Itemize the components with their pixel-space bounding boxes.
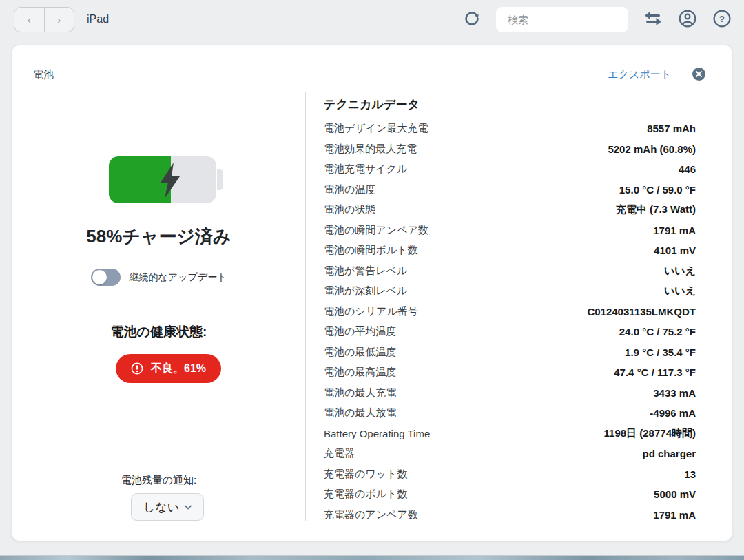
- row-label: 電池の最低温度: [324, 346, 396, 359]
- row-value: 8557 mAh: [647, 123, 696, 134]
- row-label: 電池の状態: [324, 203, 375, 216]
- row-value: いいえ: [664, 284, 696, 298]
- row-value: 15.0 °C / 59.0 °F: [619, 184, 696, 196]
- row-value: 446: [679, 163, 696, 175]
- row-value: 1198日 (28774時間): [604, 427, 696, 440]
- table-row: 電池が警告レベル いいえ: [324, 261, 696, 282]
- row-label: 充電器のアンペア数: [324, 508, 418, 521]
- table-row: 電池の瞬間ボルト数 4101 mV: [324, 240, 696, 261]
- back-button[interactable]: ‹: [14, 8, 44, 32]
- charge-percent-label: 58%チャージ済み: [12, 225, 305, 249]
- table-row: 充電器 pd charger: [324, 444, 696, 464]
- continuous-update-label: 継続的なアップデート: [130, 271, 227, 284]
- continuous-update-row: 継続的なアップデート: [12, 269, 305, 286]
- row-value: 充電中 (7.3 Watt): [616, 203, 696, 216]
- battery-notify-value: しない: [143, 499, 179, 515]
- refresh-icon: [463, 10, 481, 28]
- row-value: いいえ: [664, 265, 696, 278]
- row-value: C0124031135LMKQDT: [587, 306, 696, 318]
- battery-health-badge: 不良。61%: [116, 354, 221, 383]
- row-value: 3433 mA: [653, 387, 696, 399]
- export-link[interactable]: エクスポート: [608, 68, 671, 81]
- row-value: 24.0 °C / 75.2 °F: [619, 326, 696, 338]
- row-value: 5202 mAh (60.8%): [608, 143, 696, 155]
- row-label: 電池の瞬間ボルト数: [324, 244, 417, 257]
- table-row: 電池デザイン最大充電 8557 mAh: [324, 118, 696, 139]
- battery-panel: 電池 エクスポート 58%チャージ済み 継続的なアップデート 電池の健康状態: …: [12, 45, 732, 541]
- table-row: 電池のシリアル番号 C0124031135LMKQDT: [324, 302, 696, 322]
- row-value: 1.9 °C / 35.4 °F: [625, 346, 696, 358]
- row-label: Battery Operating Time: [324, 428, 430, 439]
- row-value: 13: [684, 468, 696, 480]
- table-row: 電池が深刻レベル いいえ: [324, 281, 696, 302]
- transfer-arrows-icon: [643, 11, 663, 26]
- svg-text:?: ?: [719, 14, 725, 24]
- panel-title: 電池: [33, 68, 54, 81]
- row-label: 電池が深刻レベル: [324, 284, 407, 298]
- row-label: 電池が警告レベル: [324, 265, 407, 278]
- row-label: 電池効果的最大充電: [324, 143, 417, 156]
- row-label: 電池の最大充電: [324, 386, 396, 400]
- table-row: 電池充電サイクル 446: [324, 159, 696, 180]
- table-row: 充電器のワット数 13: [324, 464, 696, 485]
- warning-icon: [131, 362, 143, 375]
- battery-notify-label: 電池残量の通知:: [12, 474, 305, 487]
- row-value: 1791 mA: [653, 225, 696, 236]
- row-label: 電池充電サイクル: [324, 163, 407, 176]
- table-row: 電池の最大充電 3433 mA: [324, 383, 696, 404]
- battery-health-heading: 電池の健康状態:: [12, 323, 305, 341]
- transfer-button[interactable]: [643, 11, 663, 28]
- table-row: 充電器のアンペア数 1791 mA: [324, 505, 696, 526]
- row-label: 電池の温度: [324, 183, 375, 196]
- technical-data-heading: テクニカルデータ: [324, 96, 420, 112]
- toggle-knob: [92, 270, 107, 284]
- panel-divider: [305, 92, 306, 521]
- row-label: 電池の最大放電: [324, 406, 396, 419]
- row-label: 電池のシリアル番号: [324, 305, 418, 318]
- search-input[interactable]: [508, 14, 645, 25]
- table-row: Battery Operating Time 1198日 (28774時間): [324, 424, 696, 444]
- row-label: 充電器のボルト数: [324, 488, 407, 501]
- row-value: 47.4 °C / 117.3 °F: [614, 366, 696, 378]
- row-value: 1791 mA: [653, 509, 696, 521]
- table-row: 電池の状態 充電中 (7.3 Watt): [324, 200, 696, 220]
- table-row: 電池の最大放電 -4996 mA: [324, 403, 696, 424]
- row-value: pd charger: [642, 448, 696, 459]
- table-row: 電池の最低温度 1.9 °C / 35.4 °F: [324, 342, 696, 363]
- row-label: 電池の瞬間アンペア数: [324, 224, 428, 237]
- battery-health-value: 不良。61%: [151, 362, 206, 376]
- battery-graphic: [109, 156, 227, 203]
- table-row: 充電器のボルト数 5000 mV: [324, 484, 696, 505]
- table-row: 電池の最高温度 47.4 °C / 117.3 °F: [324, 362, 696, 383]
- battery-notify-dropdown[interactable]: しない: [131, 493, 204, 521]
- continuous-update-toggle[interactable]: [91, 269, 121, 286]
- technical-table: 電池デザイン最大充電 8557 mAh 電池効果的最大充電 5202 mAh (…: [324, 118, 696, 525]
- table-row: 電池の平均温度 24.0 °C / 75.2 °F: [324, 322, 696, 342]
- device-title: iPad: [87, 13, 109, 25]
- help-button[interactable]: ?: [712, 9, 732, 30]
- row-label: 電池の最高温度: [324, 366, 396, 379]
- refresh-button[interactable]: [463, 10, 481, 30]
- topbar-actions: ?: [463, 0, 732, 39]
- nav-button-group: ‹ ›: [14, 7, 74, 32]
- chevron-right-icon: ›: [57, 14, 61, 25]
- row-value: -4996 mA: [650, 407, 696, 419]
- chevron-left-icon: ‹: [28, 14, 31, 25]
- row-value: 4101 mV: [654, 245, 696, 256]
- row-label: 充電器のワット数: [324, 468, 407, 481]
- help-icon: ?: [712, 9, 732, 28]
- close-icon: [696, 71, 702, 77]
- chevron-down-icon: [185, 505, 192, 510]
- close-button[interactable]: [692, 68, 705, 81]
- forward-button[interactable]: ›: [44, 8, 74, 32]
- table-row: 電池効果的最大充電 5202 mAh (60.8%): [324, 139, 696, 160]
- account-icon: [678, 9, 697, 28]
- row-label: 電池の平均温度: [324, 325, 396, 338]
- topbar: ‹ › iPad: [0, 0, 744, 39]
- row-label: 充電器: [324, 447, 355, 460]
- desktop-edge-strip: [0, 555, 744, 560]
- row-value: 5000 mV: [654, 488, 696, 500]
- table-row: 電池の瞬間アンペア数 1791 mA: [324, 220, 696, 241]
- search-box[interactable]: [496, 7, 628, 32]
- account-button[interactable]: [678, 9, 697, 30]
